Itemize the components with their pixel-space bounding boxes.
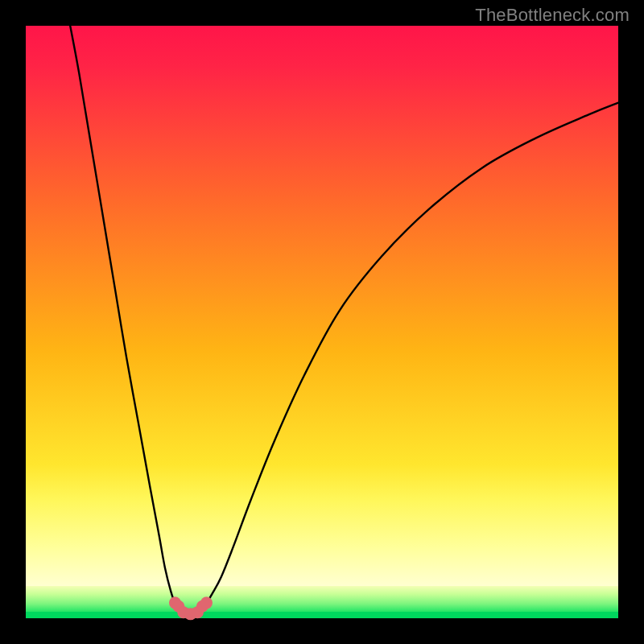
marker-layer <box>169 597 213 620</box>
valley-marker <box>200 597 213 609</box>
series-curve-left <box>70 26 179 606</box>
chart-svg <box>26 26 618 618</box>
watermark-text: TheBottleneck.com <box>475 5 630 26</box>
curve-layer <box>70 26 618 614</box>
series-curve-right <box>202 103 618 607</box>
